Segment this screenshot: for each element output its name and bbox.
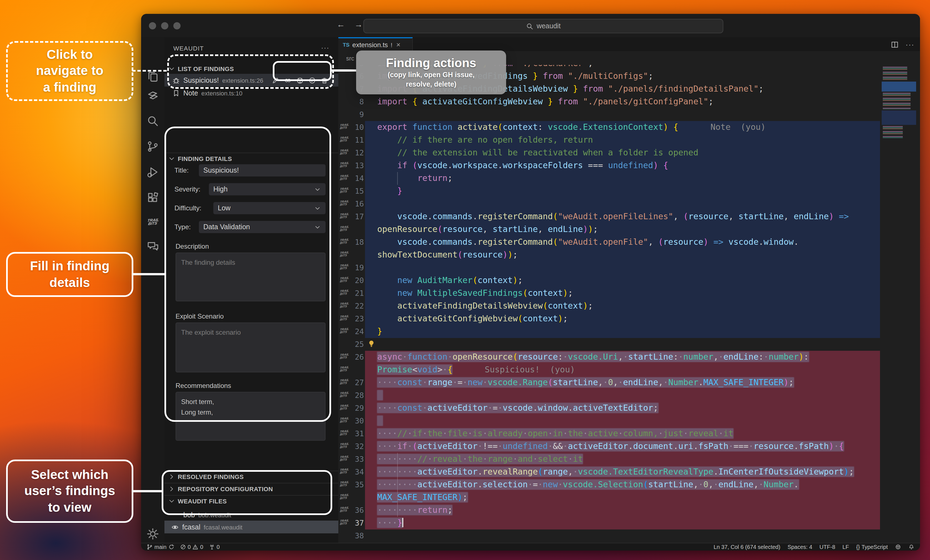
line-number[interactable]: 26 bbox=[346, 351, 364, 364]
line-number[interactable]: 32 bbox=[346, 440, 364, 453]
line-number[interactable]: 11 bbox=[346, 134, 364, 147]
indentation-status[interactable]: Spaces: 4 bbox=[787, 544, 812, 550]
run-debug-icon[interactable] bbox=[141, 164, 165, 180]
line-number[interactable]: 8 bbox=[346, 95, 364, 108]
code-area[interactable]: 5import { AuditMarker } from "./codeMark… bbox=[338, 51, 920, 543]
line-number[interactable]: 28 bbox=[346, 389, 364, 402]
code-line-38[interactable]: 38 bbox=[338, 529, 920, 542]
branch-status[interactable]: main bbox=[147, 544, 174, 550]
nav-forward-icon[interactable]: → bbox=[354, 20, 363, 29]
code-line-30[interactable]: TRAILBITS30 bbox=[338, 414, 920, 427]
tab-extension-ts[interactable]: TS extension.ts ! × bbox=[338, 37, 413, 51]
comments-icon[interactable] bbox=[141, 238, 165, 255]
code-line-34[interactable]: TRAILBITS34········activeEditor.revealRa… bbox=[338, 466, 920, 479]
search-view-icon[interactable] bbox=[141, 113, 165, 129]
weaudit-icon[interactable] bbox=[141, 87, 165, 104]
code-line-11[interactable]: TRAILBITS11 // if there are no open fold… bbox=[338, 134, 920, 147]
code-line-23[interactable]: TRAILBITS23 activateGitConfigWebview(con… bbox=[338, 313, 920, 325]
line-number[interactable]: 31 bbox=[346, 427, 364, 440]
eye-icon[interactable] bbox=[171, 523, 179, 531]
notifications-bell-icon[interactable] bbox=[908, 544, 915, 550]
split-editor-icon[interactable] bbox=[890, 40, 899, 49]
line-number[interactable]: 24 bbox=[346, 325, 364, 338]
feedback-smiley-icon[interactable] bbox=[895, 544, 901, 550]
line-number[interactable]: 35 bbox=[346, 479, 364, 491]
code-line-9[interactable]: 9 bbox=[338, 108, 920, 121]
line-number[interactable]: 10 bbox=[346, 121, 364, 134]
minimap[interactable] bbox=[882, 67, 916, 197]
problems-status[interactable]: 0 0 bbox=[180, 544, 203, 550]
code-line-16[interactable]: TRAILBITS16 bbox=[338, 198, 920, 210]
code-line-26[interactable]: TRAILBITS26async·function·openResource(r… bbox=[338, 351, 920, 364]
line-number[interactable]: 9 bbox=[346, 108, 364, 121]
code-line-12[interactable]: TRAILBITS12 // the extension will be rea… bbox=[338, 147, 920, 159]
line-number[interactable]: 20 bbox=[346, 274, 364, 287]
source-control-icon[interactable] bbox=[141, 138, 165, 155]
line-number[interactable]: 34 bbox=[346, 466, 364, 479]
weaudit-file-fcasal[interactable]: fcasal fcasal.weaudit bbox=[165, 521, 338, 533]
minimize-window-button[interactable] bbox=[161, 22, 168, 29]
sidebar-more-actions-icon[interactable]: ··· bbox=[321, 44, 330, 52]
zoom-window-button[interactable] bbox=[173, 22, 180, 29]
language-status[interactable]: {} TypeScript bbox=[856, 544, 888, 550]
line-number[interactable]: 19 bbox=[346, 261, 364, 274]
code-line-19[interactable]: TRAILBITS19 bbox=[338, 261, 920, 274]
close-window-button[interactable] bbox=[149, 22, 156, 29]
code-line-8[interactable]: 8import { activateGitConfigWebview } fro… bbox=[338, 95, 920, 108]
editor-more-actions-icon[interactable]: ··· bbox=[905, 40, 915, 49]
line-number[interactable]: 22 bbox=[346, 300, 364, 313]
eol-status[interactable]: LF bbox=[842, 544, 849, 550]
settings-gear-icon[interactable] bbox=[141, 526, 165, 542]
code-line-wrap[interactable]: TRAILBITSMAX_SAFE_INTEGER); bbox=[338, 491, 920, 504]
code-line-20[interactable]: TRAILBITS20 new AuditMarker(context); bbox=[338, 274, 920, 287]
line-number[interactable]: 25 bbox=[346, 338, 364, 351]
title-bar[interactable]: ← → weaudit bbox=[141, 14, 920, 38]
code-line-24[interactable]: TRAILBITS24} bbox=[338, 325, 920, 338]
trail-of-bits-icon[interactable]: TRAILBITS bbox=[141, 214, 165, 230]
line-number[interactable]: 29 bbox=[346, 402, 364, 414]
code-line-31[interactable]: TRAILBITS31····//·if·the·file·is·already… bbox=[338, 427, 920, 440]
line-number[interactable]: 13 bbox=[346, 159, 364, 172]
line-number[interactable]: 30 bbox=[346, 414, 364, 427]
line-number[interactable]: 37 bbox=[346, 517, 364, 529]
command-center-search[interactable]: weaudit bbox=[363, 19, 723, 33]
code-line-25[interactable]: 25 bbox=[338, 338, 920, 351]
line-number[interactable]: 18 bbox=[346, 236, 364, 249]
lightbulb-icon[interactable] bbox=[367, 340, 376, 348]
code-line-wrap[interactable]: TRAILBITSopenResource(resource, startLin… bbox=[338, 223, 920, 236]
code-line-wrap[interactable]: TRAILBITSPromise<void>·{Suspicious! (you… bbox=[338, 364, 920, 376]
code-line-13[interactable]: TRAILBITS13 if (vscode.workspace.workspa… bbox=[338, 159, 920, 172]
code-line-37[interactable]: TRAILBITS37····} bbox=[338, 517, 920, 529]
code-line-27[interactable]: TRAILBITS27····const·range·=·new·vscode.… bbox=[338, 376, 920, 389]
code-line-17[interactable]: TRAILBITS17 vscode.commands.registerComm… bbox=[338, 210, 920, 223]
code-line-22[interactable]: TRAILBITS22 activateFindingDetailsWebvie… bbox=[338, 300, 920, 313]
close-tab-icon[interactable]: × bbox=[396, 40, 400, 49]
code-line-35[interactable]: TRAILBITS35········activeEditor.selectio… bbox=[338, 479, 920, 491]
code-line-15[interactable]: TRAILBITS15 } bbox=[338, 185, 920, 198]
line-number[interactable]: 16 bbox=[346, 198, 364, 210]
line-number[interactable]: 27 bbox=[346, 376, 364, 389]
code-line-10[interactable]: TRAILBITS10export function activate(cont… bbox=[338, 121, 920, 134]
line-number[interactable]: 33 bbox=[346, 453, 364, 466]
ports-status[interactable]: 0 bbox=[209, 544, 220, 550]
code-line-21[interactable]: TRAILBITS21 new MultipleSavedFindings(co… bbox=[338, 287, 920, 300]
code-line-18[interactable]: TRAILBITS18 vscode.commands.registerComm… bbox=[338, 236, 920, 249]
line-number[interactable]: 14 bbox=[346, 172, 364, 185]
code-line-wrap[interactable]: TRAILBITSshowTextDocument(resource)); bbox=[338, 249, 920, 261]
code-line-29[interactable]: TRAILBITS29····const·activeEditor·=·vsco… bbox=[338, 402, 920, 414]
line-number[interactable]: 21 bbox=[346, 287, 364, 300]
line-number[interactable]: 15 bbox=[346, 185, 364, 198]
nav-back-icon[interactable]: ← bbox=[337, 20, 345, 29]
line-number[interactable]: 38 bbox=[346, 529, 364, 542]
code-line-36[interactable]: TRAILBITS36········return; bbox=[338, 504, 920, 517]
code-line-28[interactable]: TRAILBITS28 bbox=[338, 389, 920, 402]
line-number[interactable]: 23 bbox=[346, 313, 364, 325]
line-number[interactable]: 17 bbox=[346, 210, 364, 223]
encoding-status[interactable]: UTF-8 bbox=[819, 544, 835, 550]
code-line-14[interactable]: TRAILBITS14 return; bbox=[338, 172, 920, 185]
line-number[interactable]: 12 bbox=[346, 147, 364, 159]
code-line-33[interactable]: TRAILBITS33········//·reveal·the·range·a… bbox=[338, 453, 920, 466]
code-line-32[interactable]: TRAILBITS32····if·(activeEditor·!==·unde… bbox=[338, 440, 920, 453]
line-number[interactable]: 36 bbox=[346, 504, 364, 517]
cursor-position-status[interactable]: Ln 37, Col 6 (674 selected) bbox=[714, 544, 780, 550]
